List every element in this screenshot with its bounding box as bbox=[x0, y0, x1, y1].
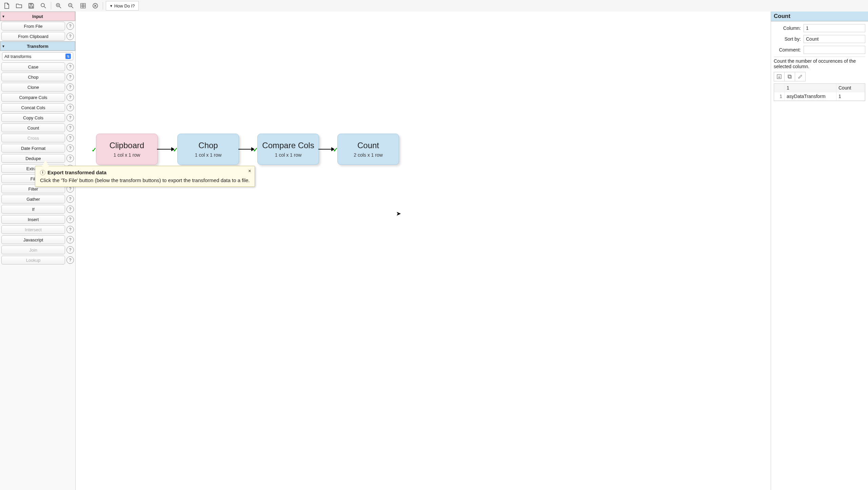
search-icon[interactable] bbox=[39, 1, 48, 10]
transform-item-button[interactable]: Insert bbox=[1, 215, 65, 224]
inspector-actions bbox=[774, 72, 806, 81]
help-icon[interactable]: ? bbox=[66, 205, 74, 213]
help-icon[interactable]: ? bbox=[66, 114, 74, 121]
help-icon[interactable]: ? bbox=[66, 63, 74, 71]
svg-rect-14 bbox=[789, 76, 791, 78]
transform-item-button[interactable]: Intersect bbox=[1, 225, 65, 234]
toolbar-separator bbox=[51, 2, 51, 9]
svg-line-3 bbox=[44, 6, 46, 8]
node-subtitle: 2 cols x 1 row bbox=[354, 152, 383, 158]
close-circle-icon[interactable] bbox=[91, 1, 100, 10]
check-icon: ✓ bbox=[92, 146, 98, 152]
svg-line-9 bbox=[72, 6, 73, 8]
connector-arrow bbox=[238, 149, 254, 150]
column-select[interactable]: 1 bbox=[804, 24, 865, 32]
help-icon[interactable]: ? bbox=[66, 83, 74, 91]
canvas-node[interactable]: ✓Compare Cols1 col x 1 row bbox=[257, 134, 319, 165]
input-header-label: Input bbox=[32, 14, 43, 19]
transform-item-button[interactable]: Case bbox=[1, 62, 65, 71]
transform-item-button[interactable]: Date Format bbox=[1, 144, 65, 153]
table-header-cell bbox=[774, 84, 785, 92]
help-icon[interactable]: ? bbox=[66, 94, 74, 101]
comment-input[interactable] bbox=[804, 46, 865, 54]
inspector-panel: Count Column: 1 Sort by: Count Comment: … bbox=[771, 12, 868, 490]
copy-table-icon[interactable] bbox=[785, 72, 795, 81]
transform-section-header[interactable]: ▼ Transform bbox=[0, 41, 75, 51]
transform-item-label: Compare Cols bbox=[19, 95, 47, 100]
help-icon[interactable]: ? bbox=[66, 226, 74, 233]
transform-item-label: Insert bbox=[28, 217, 39, 222]
help-icon[interactable]: ? bbox=[66, 195, 74, 203]
transform-item-label: Chop bbox=[28, 75, 38, 80]
help-icon[interactable]: ? bbox=[66, 124, 74, 132]
help-icon[interactable]: ? bbox=[66, 104, 74, 111]
export-csv-icon[interactable] bbox=[774, 72, 785, 81]
transform-item-label: Date Format bbox=[21, 146, 45, 151]
transform-item-label: Filter bbox=[28, 187, 38, 192]
transform-item-button[interactable]: Count bbox=[1, 123, 65, 132]
transform-item-label: Cross bbox=[27, 136, 39, 141]
transform-item-button[interactable]: Join bbox=[1, 246, 65, 254]
transform-item-label: Join bbox=[29, 248, 37, 253]
help-icon[interactable]: ? bbox=[66, 73, 74, 81]
svg-line-5 bbox=[59, 6, 61, 8]
node-title: Compare Cols bbox=[262, 141, 314, 150]
sortby-select[interactable]: Count bbox=[804, 35, 865, 43]
transform-filter-label: All transforms bbox=[4, 54, 31, 59]
help-icon[interactable]: ? bbox=[66, 246, 74, 254]
help-icon[interactable]: ? bbox=[66, 236, 74, 243]
help-icon[interactable]: ? bbox=[66, 22, 74, 30]
help-icon[interactable]: ? bbox=[66, 33, 74, 40]
node-subtitle: 1 col x 1 row bbox=[275, 152, 302, 158]
node-subtitle: 1 col x 1 row bbox=[195, 152, 222, 158]
new-file-icon[interactable] bbox=[2, 1, 12, 10]
tooltip-close-button[interactable]: × bbox=[248, 168, 251, 174]
zoom-out-icon[interactable] bbox=[66, 1, 76, 10]
canvas[interactable]: ✓Clipboard1 col x 1 row✓Chop1 col x 1 ro… bbox=[76, 12, 771, 490]
edit-icon[interactable] bbox=[795, 72, 805, 81]
mouse-cursor-icon: ➤ bbox=[396, 210, 401, 217]
transform-item-button[interactable]: Javascript bbox=[1, 235, 65, 244]
tooltip-title: Export transformed data bbox=[47, 170, 106, 175]
transform-item-button[interactable]: Copy Cols bbox=[1, 113, 65, 122]
transform-item-button[interactable]: Lookup bbox=[1, 256, 65, 264]
transform-filter-select[interactable]: All transforms ⇅ bbox=[2, 52, 73, 60]
input-item-label: From File bbox=[24, 24, 43, 29]
save-icon[interactable] bbox=[26, 1, 36, 10]
svg-rect-1 bbox=[30, 3, 32, 5]
result-table: 1 Count 1 asyDataTransform 1 bbox=[774, 83, 865, 101]
transform-item-button[interactable]: Clone bbox=[1, 83, 65, 92]
help-icon[interactable]: ? bbox=[66, 256, 74, 264]
input-item-button[interactable]: From Clipboard bbox=[1, 32, 65, 41]
canvas-node[interactable]: ✓Chop1 col x 1 row bbox=[177, 134, 239, 165]
chevron-down-icon: ▼ bbox=[110, 4, 113, 8]
transform-item-button[interactable]: Chop bbox=[1, 73, 65, 81]
help-icon[interactable]: ? bbox=[66, 216, 74, 223]
transform-item-button[interactable]: If bbox=[1, 205, 65, 214]
canvas-node[interactable]: ✓Clipboard1 col x 1 row bbox=[96, 134, 158, 165]
collapse-triangle-icon: ▼ bbox=[2, 15, 5, 18]
help-icon[interactable]: ? bbox=[66, 144, 74, 152]
svg-rect-0 bbox=[30, 6, 33, 8]
transform-item-label: Count bbox=[27, 125, 39, 131]
input-item-label: From Clipboard bbox=[18, 34, 48, 39]
help-icon[interactable]: ? bbox=[66, 155, 74, 162]
help-icon[interactable]: ? bbox=[66, 134, 74, 142]
transform-item-button[interactable]: Concat Cols bbox=[1, 103, 65, 112]
canvas-node[interactable]: ✓Count2 cols x 1 row bbox=[337, 134, 399, 165]
left-panel: ▼ Input From File?From Clipboard? ▼ Tran… bbox=[0, 12, 76, 490]
input-item-button[interactable]: From File bbox=[1, 22, 65, 31]
transform-item-label: Intersect bbox=[25, 227, 42, 232]
grid-icon[interactable] bbox=[78, 1, 88, 10]
input-section-header[interactable]: ▼ Input bbox=[0, 12, 75, 21]
how-do-i-dropdown[interactable]: ▼ How Do I? bbox=[106, 1, 139, 11]
tooltip-body: Click the 'To File' button (below the tr… bbox=[40, 177, 250, 183]
transform-item-button[interactable]: Gather bbox=[1, 195, 65, 203]
transform-item-button[interactable]: Dedupe bbox=[1, 154, 65, 163]
transform-item-label: Gather bbox=[26, 197, 40, 202]
transform-item-button[interactable]: Compare Cols bbox=[1, 93, 65, 102]
zoom-in-icon[interactable] bbox=[54, 1, 63, 10]
transform-item-label: Javascript bbox=[23, 237, 43, 242]
open-folder-icon[interactable] bbox=[14, 1, 24, 10]
transform-item-button[interactable]: Cross bbox=[1, 134, 65, 142]
